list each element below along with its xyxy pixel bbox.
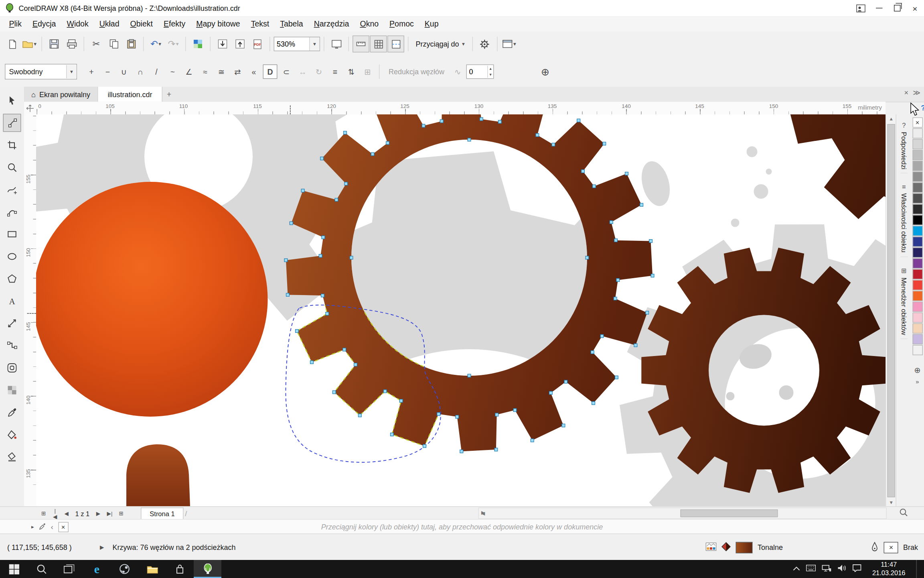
print-button[interactable] — [63, 36, 80, 53]
zoom-level-input[interactable] — [274, 39, 309, 49]
touch-keyboard-icon[interactable] — [806, 565, 816, 573]
outline-color-swatch[interactable]: × — [884, 541, 898, 553]
open-file-button[interactable]: ▾ — [21, 36, 38, 53]
horizontal-ruler[interactable]: 0105110115120125130135140145150155 milim… — [36, 102, 886, 115]
palette-flyout-icon[interactable]: ▸ — [31, 524, 34, 530]
menu-item[interactable]: Tabela — [275, 17, 308, 31]
status-flyout-icon[interactable]: ▶ — [100, 544, 104, 550]
ruler-origin[interactable] — [24, 102, 37, 115]
polygon-tool[interactable] — [3, 270, 21, 288]
undo-button[interactable]: ↶▾ — [148, 36, 164, 53]
show-grid-toggle[interactable] — [370, 36, 387, 53]
action-center-icon[interactable] — [852, 564, 861, 574]
redo-button[interactable]: ↷▾ — [165, 36, 182, 53]
palette-swatch[interactable] — [912, 226, 923, 236]
start-button[interactable] — [0, 560, 28, 578]
palette-swatch[interactable] — [912, 291, 923, 301]
palette-swatch[interactable] — [912, 334, 923, 345]
ellipse-tool[interactable] — [3, 248, 21, 266]
dimension-tool[interactable] — [3, 314, 21, 332]
fill-type-icon[interactable] — [721, 541, 731, 553]
palette-swatch[interactable] — [912, 139, 923, 150]
show-desktop-button[interactable] — [916, 560, 920, 578]
menu-item[interactable]: Obiekt — [125, 17, 158, 31]
palette-expand-icon[interactable]: » — [916, 378, 919, 385]
next-page-button[interactable]: ▶ — [93, 508, 103, 519]
menu-item[interactable]: Mapy bitowe — [191, 17, 246, 31]
page-tab[interactable]: Strona 1 — [141, 507, 184, 519]
scroll-right-icon[interactable]: ▶ — [479, 508, 487, 517]
zoom-combo-caret[interactable]: ▾ — [309, 37, 320, 51]
search-content-button[interactable] — [190, 36, 207, 53]
window-layout-button[interactable]: ▾ — [501, 36, 518, 53]
paste-button[interactable] — [123, 36, 140, 53]
show-guidelines-toggle[interactable] — [387, 36, 404, 53]
navigator-zoom-icon[interactable] — [899, 508, 908, 519]
minimize-button[interactable] — [870, 0, 888, 16]
document-no-color-swatch[interactable]: × — [58, 522, 69, 532]
select-all-nodes-button[interactable]: ⊞ — [361, 65, 375, 79]
eyedropper-tool[interactable] — [3, 403, 21, 421]
menu-item[interactable]: Plik — [4, 17, 27, 31]
palette-swatch[interactable] — [912, 193, 923, 204]
tray-expand-icon[interactable] — [793, 565, 800, 573]
options-button[interactable] — [476, 36, 493, 53]
sphere-shape[interactable] — [36, 182, 268, 417]
import-button[interactable] — [214, 36, 231, 53]
palette-swatch[interactable] — [912, 248, 923, 258]
show-rulers-toggle[interactable] — [353, 36, 369, 53]
pick-tool[interactable] — [3, 92, 21, 110]
reflect-nodes-button[interactable]: ⇅ — [344, 65, 359, 79]
taskbar-explorer-button[interactable] — [138, 560, 166, 578]
rectangle-tool[interactable] — [3, 225, 21, 243]
palette-swatch[interactable] — [912, 204, 923, 215]
horizontal-scrollbar[interactable]: ◀ ▶ — [478, 508, 887, 519]
outline-pen-icon[interactable] — [871, 541, 879, 553]
zoom-level-combo[interactable]: ▾ — [274, 37, 320, 51]
taskbar-store-button[interactable] — [166, 560, 194, 578]
cusp-node-button[interactable]: ∠ — [182, 65, 196, 79]
palette-swatch[interactable] — [912, 150, 923, 161]
palette-swatch[interactable] — [912, 302, 923, 312]
join-nodes-button[interactable]: ∪ — [117, 65, 131, 79]
quick-customize-button[interactable]: ⊕ — [537, 65, 553, 79]
spin-down-icon[interactable]: ▾ — [488, 72, 493, 78]
extend-curve-button[interactable]: « — [247, 65, 261, 79]
smart-fill-tool[interactable] — [3, 426, 21, 444]
bezier-tool[interactable] — [3, 203, 21, 221]
vertical-ruler[interactable]: 155150145140135 — [24, 114, 37, 507]
menu-item[interactable]: Układ — [94, 17, 125, 31]
document-palette-icon[interactable] — [706, 542, 717, 553]
shape-tool[interactable] — [3, 114, 21, 132]
zoom-tool[interactable] — [3, 159, 21, 177]
transparency-tool[interactable] — [3, 381, 21, 399]
taskbar-steam-button[interactable] — [111, 560, 138, 578]
contour-tool[interactable] — [3, 359, 21, 377]
palette-swatch[interactable] — [912, 161, 923, 171]
taskbar-edge-button[interactable]: e — [83, 560, 111, 578]
vertical-scrollbar[interactable]: ▲ ▼ — [886, 114, 896, 507]
close-curve-button[interactable]: D — [263, 65, 278, 79]
fullscreen-preview-button[interactable] — [328, 36, 345, 53]
smooth-node-button[interactable]: ≈ — [198, 65, 213, 79]
palette-swatch[interactable] — [912, 313, 923, 323]
taskbar-clock[interactable]: 11:47 21.03.2016 — [867, 561, 910, 577]
snap-to-button[interactable]: Przyciągaj do▾ — [412, 37, 468, 51]
close-button[interactable]: × — [906, 0, 924, 16]
add-page-before-button[interactable]: ⊞ — [38, 508, 49, 519]
scroll-down-icon[interactable]: ▼ — [886, 498, 897, 507]
taskbar-coreldraw-button[interactable] — [194, 560, 221, 578]
palette-swatch[interactable] — [912, 128, 923, 139]
palette-swatch[interactable] — [912, 183, 923, 193]
close-view-icon[interactable]: × — [904, 89, 908, 97]
network-icon[interactable] — [822, 564, 831, 574]
task-view-button[interactable] — [55, 560, 83, 578]
restore-button[interactable] — [888, 0, 906, 16]
palette-swatch[interactable] — [912, 280, 923, 291]
new-tab-button[interactable]: + — [162, 87, 176, 102]
convert-to-line-button[interactable]: / — [149, 65, 164, 79]
palette-swatch[interactable] — [912, 215, 923, 226]
palette-swatch[interactable] — [912, 258, 923, 269]
first-page-button[interactable]: |◀ — [50, 508, 61, 519]
stretch-nodes-button[interactable]: ↔ — [296, 65, 310, 79]
